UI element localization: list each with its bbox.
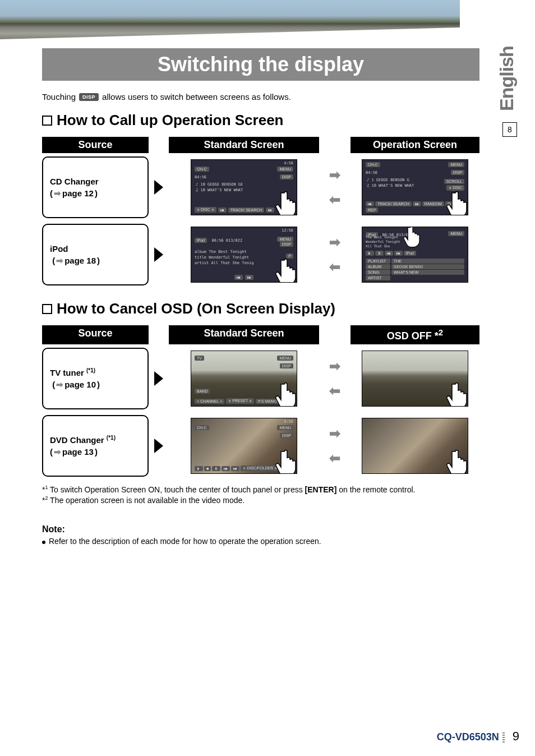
- arrow-right-icon: ➡: [329, 236, 340, 249]
- intro-post: allows users to switch between screens a…: [102, 92, 291, 102]
- side-tab: English 8: [496, 39, 524, 137]
- mode-badge: TV: [195, 356, 204, 361]
- source-star: (*1): [86, 367, 95, 374]
- source-name: DVD Changer: [50, 435, 104, 445]
- next-button[interactable]: ⏭: [394, 251, 403, 256]
- source-name: TV tuner: [50, 368, 84, 377]
- album-value: The Best Tonight: [366, 235, 398, 239]
- pause-button[interactable]: ⏸: [212, 466, 220, 471]
- source-tv-tuner: TV tuner (*1) ( ➡ page 10 ): [42, 348, 149, 409]
- disp-icon: DISP: [79, 93, 99, 101]
- scroll-button[interactable]: SCROLL: [444, 179, 464, 184]
- page-footer: CQ-VD6503N 9: [437, 729, 519, 744]
- flow-triangle-icon: [154, 415, 163, 477]
- row-cd-changer: CD Changer ( ➡ page 12 ) 4:56 CH-C MENU: [42, 156, 479, 218]
- intro-pre: Touching: [42, 92, 76, 102]
- page-arrow-icon: ➡: [56, 379, 63, 390]
- pause-button[interactable]: ⏸: [375, 251, 384, 256]
- note-label: Note:: [42, 524, 479, 534]
- disc-button[interactable]: ∨ DISC ∧: [195, 207, 216, 213]
- title-value: Wonderful Tonight: [366, 239, 400, 243]
- disp-button[interactable]: DISP: [280, 363, 293, 368]
- hand-cursor-icon: [273, 256, 297, 283]
- menu-button[interactable]: MENU: [277, 356, 293, 361]
- prev-button[interactable]: ⏮: [385, 251, 393, 256]
- flow-triangle-icon: [154, 156, 163, 218]
- tv-standard-screen: TV MENU DISP BAND < CHANNEL > ∨ PRESET ∧…: [169, 348, 319, 409]
- intro-text: Touching DISP allows users to switch bet…: [42, 92, 479, 102]
- screenshot-tv-osdoff: [362, 351, 468, 407]
- artist-value: All That She: [366, 244, 390, 248]
- prev-button[interactable]: ⏮: [218, 208, 227, 213]
- mode-badge: CH-C: [366, 162, 380, 167]
- prev-button[interactable]: ⏮: [366, 201, 374, 206]
- footer-bar-icon: [502, 732, 505, 743]
- disp-button[interactable]: DISP: [280, 242, 293, 247]
- tv-osd-off: [350, 348, 479, 409]
- playlist-value: THE: [391, 259, 464, 264]
- menu-button[interactable]: MENU: [448, 162, 464, 167]
- bullet-icon: [42, 116, 52, 126]
- section1-heading-text: How to Call up Operation Screen: [57, 112, 284, 129]
- next-button[interactable]: ⏭: [413, 201, 421, 206]
- arrow-left-icon: ⬅: [329, 451, 340, 465]
- play-button[interactable]: ⏵: [366, 251, 374, 256]
- fn1-bold: [ENTER]: [305, 485, 337, 494]
- paren-close: ): [97, 255, 100, 266]
- arrow-right-icon: ➡: [329, 359, 340, 373]
- channel-button[interactable]: < CHANNEL >: [195, 399, 224, 404]
- disp-button[interactable]: DISP: [280, 433, 293, 438]
- osdoff-text: OSD OFF *: [387, 330, 439, 342]
- artist-row-label[interactable]: ARTIST: [366, 275, 390, 280]
- bidirectional-arrows: ➡ ⬅: [325, 415, 345, 477]
- ipod-button[interactable]: iPod: [404, 251, 416, 256]
- model-text: CQ-VD6503N: [437, 731, 499, 743]
- disp-button[interactable]: DISP: [280, 174, 293, 179]
- title-value: Wonderful Tonight: [209, 255, 249, 260]
- playlist-label[interactable]: PLAYLIST: [366, 259, 390, 264]
- bidirectional-arrows: ➡ ⬅: [325, 348, 345, 409]
- section-number: 8: [502, 122, 517, 137]
- track-search-button[interactable]: TRACK/ SEARCH: [375, 201, 412, 206]
- page-arrow-icon: ➡: [54, 187, 61, 199]
- note-text: Refer to the description of each mode fo…: [49, 537, 321, 546]
- hand-cursor-icon: [402, 227, 424, 248]
- hand-cursor-icon: [273, 188, 297, 215]
- repeat-button[interactable]: REP: [366, 208, 378, 213]
- menu-button[interactable]: MENU: [277, 237, 293, 242]
- arrow-left-icon: ⬅: [329, 384, 340, 398]
- disp-button[interactable]: DISP: [451, 170, 464, 175]
- ipod-operation-screen: iPod 06:56 013/022 MENU The Best Tonight…: [350, 224, 479, 285]
- next-button[interactable]: ⏭: [245, 275, 253, 280]
- preset-button[interactable]: ∨ PRESET ∧: [226, 398, 254, 404]
- page-ref: page 18: [64, 255, 96, 266]
- source-name: iPod: [50, 243, 141, 255]
- page-arrow-icon: ➡: [56, 255, 63, 266]
- title-label: title: [195, 255, 206, 260]
- prev-button[interactable]: ⏮: [222, 466, 230, 471]
- row-dvd-changer: DVD Changer (*1) ( ➡ page 13 ) 4:56 CH-C…: [42, 415, 479, 477]
- mode-badge: CH-C: [195, 167, 209, 172]
- menu-button[interactable]: MENU: [277, 425, 293, 430]
- song-row-label[interactable]: SONG: [366, 270, 390, 275]
- track-search-button[interactable]: TRACK/ SEARCH: [228, 208, 265, 213]
- menu-button[interactable]: MENU: [448, 231, 464, 236]
- album-row-value: GEOGE BENSO: [391, 264, 464, 269]
- section2-column-heads: Source Standard Screen OSD OFF *2: [42, 325, 479, 344]
- stop-button[interactable]: ■: [204, 466, 211, 471]
- page-content: Switching the display Touching DISP allo…: [42, 48, 479, 546]
- screenshot-cd-operation: CH-C MENU 04:56 DISP ♪ 1 GEOGE BENSON G …: [362, 159, 468, 215]
- menu-button[interactable]: MENU: [277, 167, 293, 172]
- random-button[interactable]: RANDOM: [422, 201, 444, 206]
- screenshot-cd-standard: 4:56 CH-C MENU 04:56 DISP ♪ 10 GEOGE BEN…: [191, 159, 297, 215]
- section1-heading: How to Call up Operation Screen: [42, 112, 479, 129]
- album-row-label[interactable]: ALBUM: [366, 264, 390, 269]
- play-button[interactable]: ⏵: [195, 466, 203, 471]
- flow-triangle-icon: [154, 348, 163, 409]
- next-button[interactable]: ⏭: [231, 466, 239, 471]
- page-arrow-icon: ➡: [54, 446, 61, 458]
- band-button[interactable]: BAND: [195, 389, 210, 394]
- page-number: 9: [513, 729, 519, 744]
- hand-cursor-icon: [444, 447, 468, 474]
- prev-button[interactable]: ⏮: [234, 275, 243, 280]
